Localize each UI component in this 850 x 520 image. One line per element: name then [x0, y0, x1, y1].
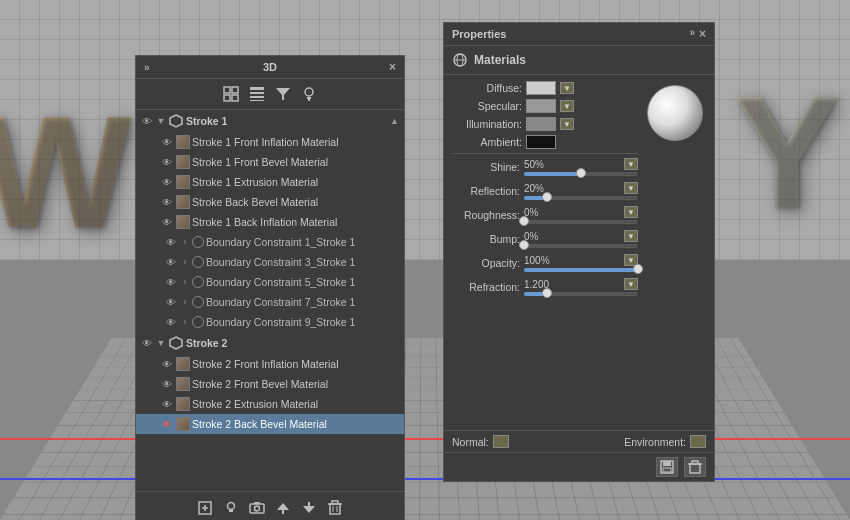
- svg-rect-10: [307, 97, 311, 99]
- constraint-item[interactable]: 👁 › Boundary Constraint 1_Stroke 1: [136, 232, 404, 252]
- reflection-value: 20%: [524, 183, 544, 194]
- layer-item[interactable]: 👁 Stroke 1 Front Bevel Material: [136, 152, 404, 172]
- constraint-label: Boundary Constraint 1_Stroke 1: [206, 236, 355, 248]
- layer-item[interactable]: 👁 Stroke 1 Front Inflation Material: [136, 132, 404, 152]
- refraction-row: Refraction: 1.200 ▼: [452, 278, 638, 296]
- light-icon[interactable]: [221, 498, 241, 518]
- constraint-chevron[interactable]: ›: [180, 317, 190, 327]
- constraint-visibility-icon[interactable]: 👁: [164, 275, 178, 289]
- normal-folder[interactable]: [493, 435, 509, 448]
- bg-letter-right: Y: [733, 60, 840, 244]
- layer-item[interactable]: 👁 Stroke Back Bevel Material: [136, 192, 404, 212]
- illumination-swatch[interactable]: [526, 117, 556, 131]
- constraint-chevron[interactable]: ›: [180, 257, 190, 267]
- close-properties-btn[interactable]: ×: [699, 27, 706, 41]
- bump-folder[interactable]: ▼: [624, 230, 638, 242]
- item-visibility-icon[interactable]: 👁: [160, 417, 174, 431]
- diffuse-folder[interactable]: ▼: [560, 82, 574, 94]
- refraction-thumb: [542, 288, 552, 298]
- specular-swatch[interactable]: [526, 99, 556, 113]
- filter-icon[interactable]: [274, 85, 292, 103]
- material-icon: [176, 397, 190, 411]
- constraint-item[interactable]: 👁 › Boundary Constraint 7_Stroke 1: [136, 292, 404, 312]
- layer-item[interactable]: 👁 Stroke 1 Back Inflation Material: [136, 212, 404, 232]
- constraint-chevron[interactable]: ›: [180, 277, 190, 287]
- refraction-track[interactable]: [524, 292, 638, 296]
- reflection-track[interactable]: [524, 196, 638, 200]
- close-3d-btn[interactable]: ×: [389, 60, 396, 74]
- move-up-icon[interactable]: [273, 498, 293, 518]
- item-visibility-icon[interactable]: 👁: [160, 195, 174, 209]
- constraint-item[interactable]: 👁 › Boundary Constraint 5_Stroke 1: [136, 272, 404, 292]
- item-visibility-icon[interactable]: 👁: [160, 135, 174, 149]
- materials-tab-label[interactable]: Materials: [474, 53, 526, 67]
- layer-item[interactable]: 👁 Stroke 2 Extrusion Material: [136, 394, 404, 414]
- delete-icon[interactable]: [325, 498, 345, 518]
- roughness-folder[interactable]: ▼: [624, 206, 638, 218]
- constraint-item[interactable]: 👁 › Boundary Constraint 3_Stroke 1: [136, 252, 404, 272]
- panel-3d-titlebar: » 3D ×: [136, 56, 404, 79]
- constraint-visibility-icon[interactable]: 👁: [164, 295, 178, 309]
- stroke2-3d-icon: [168, 335, 184, 351]
- item-visibility-icon[interactable]: 👁: [160, 155, 174, 169]
- environment-folder[interactable]: [690, 435, 706, 448]
- item-visibility-icon[interactable]: 👁: [160, 397, 174, 411]
- illumination-folder[interactable]: ▼: [560, 118, 574, 130]
- item-visibility-icon[interactable]: 👁: [160, 215, 174, 229]
- shine-folder[interactable]: ▼: [624, 158, 638, 170]
- constraint-label: Boundary Constraint 7_Stroke 1: [206, 296, 355, 308]
- diffuse-swatch[interactable]: [526, 81, 556, 95]
- materials-tab-icon[interactable]: [450, 50, 470, 70]
- new-layer-icon[interactable]: [195, 498, 215, 518]
- refraction-folder[interactable]: ▼: [624, 278, 638, 290]
- constraint-visibility-icon[interactable]: 👁: [164, 315, 178, 329]
- roughness-track[interactable]: [524, 220, 638, 224]
- properties-tabs: Materials: [444, 46, 714, 75]
- item-visibility-icon[interactable]: 👁: [160, 175, 174, 189]
- layer-item[interactable]: 👁 Stroke 2 Front Inflation Material: [136, 354, 404, 374]
- axis-x: [0, 438, 850, 440]
- stroke1-scroll-icon[interactable]: ▲: [389, 115, 400, 127]
- svg-rect-25: [308, 502, 310, 506]
- table-view-icon[interactable]: [248, 85, 266, 103]
- opacity-track[interactable]: [524, 268, 638, 272]
- stroke2-visibility-icon[interactable]: 👁: [140, 336, 154, 350]
- material-icon: [176, 175, 190, 189]
- item-visibility-icon[interactable]: 👁: [160, 357, 174, 371]
- stroke2-chevron[interactable]: ▼: [156, 338, 166, 348]
- layer-item-selected[interactable]: 👁 Stroke 2 Back Bevel Material: [136, 414, 404, 434]
- constraint-chevron[interactable]: ›: [180, 297, 190, 307]
- svg-rect-3: [232, 95, 238, 101]
- constraint-circle-icon: [192, 276, 204, 288]
- item-label: Stroke 2 Front Inflation Material: [192, 358, 338, 370]
- item-visibility-icon[interactable]: 👁: [160, 377, 174, 391]
- layer-item[interactable]: 👁 Stroke 1 Extrusion Material: [136, 172, 404, 192]
- camera-icon[interactable]: [247, 498, 267, 518]
- stroke1-visibility-icon[interactable]: 👁: [140, 114, 154, 128]
- stroke1-chevron[interactable]: ▼: [156, 116, 166, 126]
- stroke2-group-header[interactable]: 👁 ▼ Stroke 2: [136, 332, 404, 354]
- specular-folder[interactable]: ▼: [560, 100, 574, 112]
- reflection-folder[interactable]: ▼: [624, 182, 638, 194]
- move-down-icon[interactable]: [299, 498, 319, 518]
- properties-delete-icon[interactable]: [684, 457, 706, 477]
- properties-left: Diffuse: ▼ Specular: ▼ Illumination: ▼ A…: [452, 81, 638, 424]
- collapse-3d-icon[interactable]: »: [144, 62, 150, 73]
- constraint-chevron[interactable]: ›: [180, 237, 190, 247]
- bump-track[interactable]: [524, 244, 638, 248]
- properties-save-icon[interactable]: [656, 457, 678, 477]
- svg-marker-12: [170, 115, 182, 127]
- collapse-properties-btn[interactable]: »: [689, 27, 695, 41]
- constraint-visibility-icon[interactable]: 👁: [164, 235, 178, 249]
- ambient-swatch[interactable]: [526, 135, 556, 149]
- bulb-icon[interactable]: [300, 85, 318, 103]
- shine-track[interactable]: [524, 172, 638, 176]
- layer-item[interactable]: 👁 Stroke 2 Front Bevel Material: [136, 374, 404, 394]
- constraint-visibility-icon[interactable]: 👁: [164, 255, 178, 269]
- constraint-item[interactable]: 👁 › Boundary Constraint 9_Stroke 1: [136, 312, 404, 332]
- item-label: Stroke 1 Front Inflation Material: [192, 136, 338, 148]
- svg-rect-0: [224, 87, 230, 93]
- grid-view-icon[interactable]: [222, 85, 240, 103]
- layer-list[interactable]: 👁 ▼ Stroke 1 ▲ 👁 Stroke 1 Front Inflatio…: [136, 110, 404, 491]
- stroke1-group-header[interactable]: 👁 ▼ Stroke 1 ▲: [136, 110, 404, 132]
